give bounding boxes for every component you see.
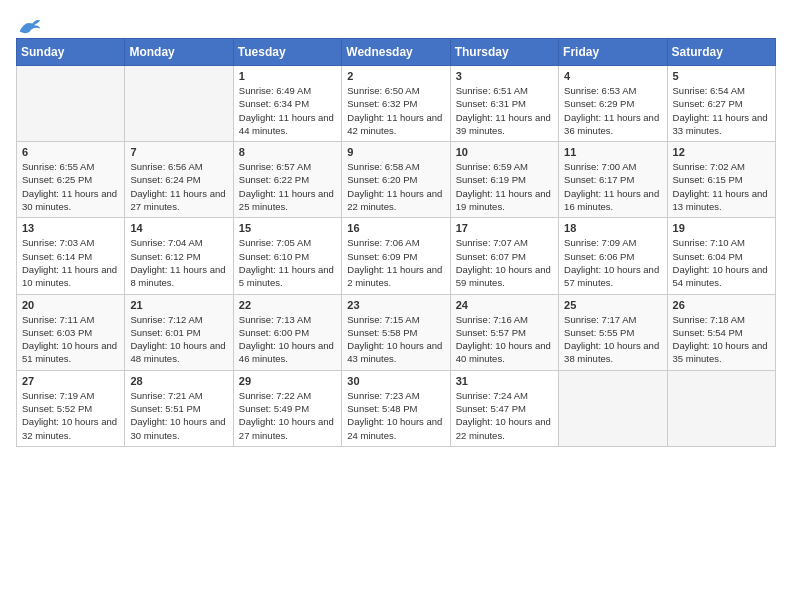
day-info: Sunrise: 7:03 AM Sunset: 6:14 PM Dayligh…	[22, 236, 119, 289]
day-info: Sunrise: 7:06 AM Sunset: 6:09 PM Dayligh…	[347, 236, 444, 289]
day-info: Sunrise: 7:12 AM Sunset: 6:01 PM Dayligh…	[130, 313, 227, 366]
day-info: Sunrise: 6:57 AM Sunset: 6:22 PM Dayligh…	[239, 160, 336, 213]
calendar-cell: 3Sunrise: 6:51 AM Sunset: 6:31 PM Daylig…	[450, 66, 558, 142]
day-info: Sunrise: 7:18 AM Sunset: 5:54 PM Dayligh…	[673, 313, 770, 366]
calendar-day-header: Monday	[125, 39, 233, 66]
calendar-cell: 29Sunrise: 7:22 AM Sunset: 5:49 PM Dayli…	[233, 370, 341, 446]
day-info: Sunrise: 7:09 AM Sunset: 6:06 PM Dayligh…	[564, 236, 661, 289]
day-info: Sunrise: 6:51 AM Sunset: 6:31 PM Dayligh…	[456, 84, 553, 137]
day-number: 5	[673, 70, 770, 82]
calendar-cell	[125, 66, 233, 142]
calendar-cell: 15Sunrise: 7:05 AM Sunset: 6:10 PM Dayli…	[233, 218, 341, 294]
logo-bird-icon	[18, 16, 42, 36]
calendar-week-row: 6Sunrise: 6:55 AM Sunset: 6:25 PM Daylig…	[17, 142, 776, 218]
calendar-cell: 30Sunrise: 7:23 AM Sunset: 5:48 PM Dayli…	[342, 370, 450, 446]
day-info: Sunrise: 6:53 AM Sunset: 6:29 PM Dayligh…	[564, 84, 661, 137]
calendar-cell: 12Sunrise: 7:02 AM Sunset: 6:15 PM Dayli…	[667, 142, 775, 218]
calendar-cell: 31Sunrise: 7:24 AM Sunset: 5:47 PM Dayli…	[450, 370, 558, 446]
day-info: Sunrise: 7:16 AM Sunset: 5:57 PM Dayligh…	[456, 313, 553, 366]
day-number: 10	[456, 146, 553, 158]
day-info: Sunrise: 7:02 AM Sunset: 6:15 PM Dayligh…	[673, 160, 770, 213]
day-info: Sunrise: 6:49 AM Sunset: 6:34 PM Dayligh…	[239, 84, 336, 137]
calendar-cell: 25Sunrise: 7:17 AM Sunset: 5:55 PM Dayli…	[559, 294, 667, 370]
day-info: Sunrise: 7:22 AM Sunset: 5:49 PM Dayligh…	[239, 389, 336, 442]
calendar-day-header: Tuesday	[233, 39, 341, 66]
calendar-cell: 2Sunrise: 6:50 AM Sunset: 6:32 PM Daylig…	[342, 66, 450, 142]
day-number: 26	[673, 299, 770, 311]
day-info: Sunrise: 7:04 AM Sunset: 6:12 PM Dayligh…	[130, 236, 227, 289]
calendar-table: SundayMondayTuesdayWednesdayThursdayFrid…	[16, 38, 776, 447]
day-number: 28	[130, 375, 227, 387]
calendar-cell: 10Sunrise: 6:59 AM Sunset: 6:19 PM Dayli…	[450, 142, 558, 218]
day-number: 1	[239, 70, 336, 82]
day-number: 30	[347, 375, 444, 387]
calendar-cell: 13Sunrise: 7:03 AM Sunset: 6:14 PM Dayli…	[17, 218, 125, 294]
day-number: 21	[130, 299, 227, 311]
calendar-cell: 27Sunrise: 7:19 AM Sunset: 5:52 PM Dayli…	[17, 370, 125, 446]
calendar-day-header: Saturday	[667, 39, 775, 66]
day-number: 19	[673, 222, 770, 234]
day-number: 25	[564, 299, 661, 311]
calendar-week-row: 20Sunrise: 7:11 AM Sunset: 6:03 PM Dayli…	[17, 294, 776, 370]
calendar-day-header: Thursday	[450, 39, 558, 66]
day-number: 7	[130, 146, 227, 158]
day-number: 8	[239, 146, 336, 158]
day-number: 22	[239, 299, 336, 311]
day-number: 31	[456, 375, 553, 387]
day-number: 23	[347, 299, 444, 311]
calendar-cell: 5Sunrise: 6:54 AM Sunset: 6:27 PM Daylig…	[667, 66, 775, 142]
day-number: 3	[456, 70, 553, 82]
calendar-day-header: Friday	[559, 39, 667, 66]
day-number: 9	[347, 146, 444, 158]
day-number: 11	[564, 146, 661, 158]
calendar-week-row: 13Sunrise: 7:03 AM Sunset: 6:14 PM Dayli…	[17, 218, 776, 294]
calendar-cell: 28Sunrise: 7:21 AM Sunset: 5:51 PM Dayli…	[125, 370, 233, 446]
calendar-cell	[667, 370, 775, 446]
day-info: Sunrise: 7:00 AM Sunset: 6:17 PM Dayligh…	[564, 160, 661, 213]
day-number: 12	[673, 146, 770, 158]
day-info: Sunrise: 7:10 AM Sunset: 6:04 PM Dayligh…	[673, 236, 770, 289]
calendar-day-header: Wednesday	[342, 39, 450, 66]
day-info: Sunrise: 6:54 AM Sunset: 6:27 PM Dayligh…	[673, 84, 770, 137]
calendar-cell: 20Sunrise: 7:11 AM Sunset: 6:03 PM Dayli…	[17, 294, 125, 370]
calendar-header-row: SundayMondayTuesdayWednesdayThursdayFrid…	[17, 39, 776, 66]
day-info: Sunrise: 7:19 AM Sunset: 5:52 PM Dayligh…	[22, 389, 119, 442]
day-info: Sunrise: 7:17 AM Sunset: 5:55 PM Dayligh…	[564, 313, 661, 366]
calendar-cell: 6Sunrise: 6:55 AM Sunset: 6:25 PM Daylig…	[17, 142, 125, 218]
page-header	[16, 16, 776, 30]
day-number: 6	[22, 146, 119, 158]
logo	[16, 16, 42, 30]
day-info: Sunrise: 7:07 AM Sunset: 6:07 PM Dayligh…	[456, 236, 553, 289]
day-info: Sunrise: 7:21 AM Sunset: 5:51 PM Dayligh…	[130, 389, 227, 442]
day-info: Sunrise: 6:59 AM Sunset: 6:19 PM Dayligh…	[456, 160, 553, 213]
calendar-body: 1Sunrise: 6:49 AM Sunset: 6:34 PM Daylig…	[17, 66, 776, 447]
calendar-cell: 19Sunrise: 7:10 AM Sunset: 6:04 PM Dayli…	[667, 218, 775, 294]
calendar-cell: 4Sunrise: 6:53 AM Sunset: 6:29 PM Daylig…	[559, 66, 667, 142]
day-info: Sunrise: 7:05 AM Sunset: 6:10 PM Dayligh…	[239, 236, 336, 289]
day-number: 17	[456, 222, 553, 234]
calendar-cell: 21Sunrise: 7:12 AM Sunset: 6:01 PM Dayli…	[125, 294, 233, 370]
calendar-cell	[559, 370, 667, 446]
day-info: Sunrise: 7:11 AM Sunset: 6:03 PM Dayligh…	[22, 313, 119, 366]
calendar-week-row: 27Sunrise: 7:19 AM Sunset: 5:52 PM Dayli…	[17, 370, 776, 446]
calendar-cell: 11Sunrise: 7:00 AM Sunset: 6:17 PM Dayli…	[559, 142, 667, 218]
day-info: Sunrise: 7:24 AM Sunset: 5:47 PM Dayligh…	[456, 389, 553, 442]
day-number: 2	[347, 70, 444, 82]
day-info: Sunrise: 6:56 AM Sunset: 6:24 PM Dayligh…	[130, 160, 227, 213]
day-info: Sunrise: 7:13 AM Sunset: 6:00 PM Dayligh…	[239, 313, 336, 366]
day-info: Sunrise: 6:55 AM Sunset: 6:25 PM Dayligh…	[22, 160, 119, 213]
calendar-cell: 1Sunrise: 6:49 AM Sunset: 6:34 PM Daylig…	[233, 66, 341, 142]
day-number: 14	[130, 222, 227, 234]
day-number: 15	[239, 222, 336, 234]
day-number: 24	[456, 299, 553, 311]
day-info: Sunrise: 7:23 AM Sunset: 5:48 PM Dayligh…	[347, 389, 444, 442]
calendar-cell: 14Sunrise: 7:04 AM Sunset: 6:12 PM Dayli…	[125, 218, 233, 294]
day-number: 13	[22, 222, 119, 234]
calendar-day-header: Sunday	[17, 39, 125, 66]
day-number: 27	[22, 375, 119, 387]
calendar-cell: 8Sunrise: 6:57 AM Sunset: 6:22 PM Daylig…	[233, 142, 341, 218]
calendar-cell	[17, 66, 125, 142]
day-number: 4	[564, 70, 661, 82]
calendar-cell: 23Sunrise: 7:15 AM Sunset: 5:58 PM Dayli…	[342, 294, 450, 370]
calendar-cell: 26Sunrise: 7:18 AM Sunset: 5:54 PM Dayli…	[667, 294, 775, 370]
